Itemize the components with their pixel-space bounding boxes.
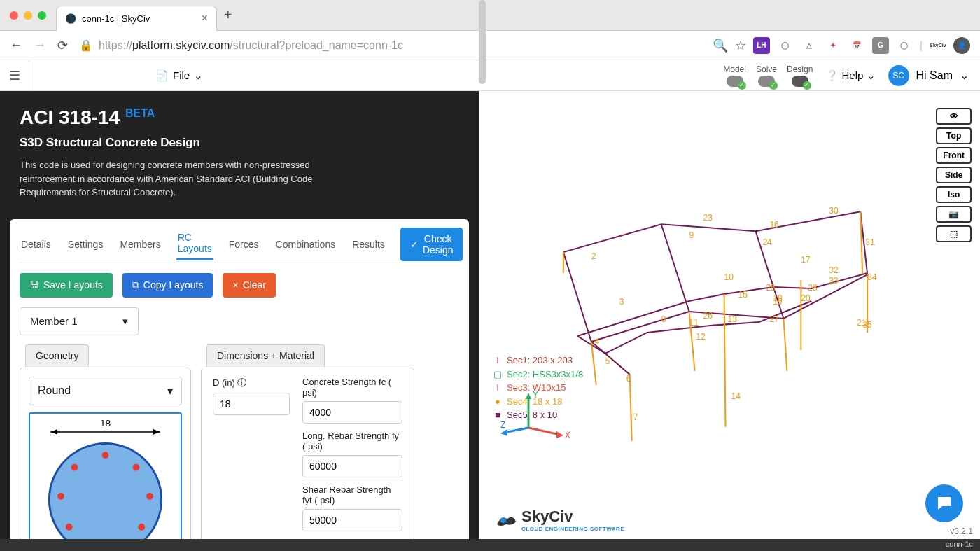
file-icon: 📄 <box>155 69 169 82</box>
dimensions-panel: D (in) ⓘ Concrete Strength fc ( psi) Lon… <box>201 368 414 540</box>
svg-text:18: 18 <box>100 418 111 428</box>
close-window-icon[interactable] <box>10 11 18 20</box>
svg-text:10: 10 <box>724 272 734 282</box>
url-display[interactable]: 🔒 https://platform.skyciv.com/structural… <box>79 39 701 52</box>
view-top[interactable]: Top <box>936 127 972 144</box>
check-design-button[interactable]: ✓ Check Design <box>400 228 463 261</box>
copy-layouts-button[interactable]: ⧉ Copy Layouts <box>122 273 214 298</box>
tab-combinations[interactable]: Combinations <box>274 235 337 254</box>
browser-tab[interactable]: 🌑 conn-1c | SkyCiv × <box>56 6 217 31</box>
fc-label: Concrete Strength fc ( psi) <box>302 377 402 398</box>
d-input[interactable] <box>213 393 290 415</box>
extension-calendar-icon[interactable]: 📅 <box>848 37 865 54</box>
chat-button[interactable] <box>925 484 963 522</box>
3d-model[interactable]: 234 567 8910 111213 141516 171819 202123… <box>479 91 980 539</box>
fc-input[interactable] <box>302 401 402 424</box>
fyt-input[interactable] <box>302 509 402 531</box>
svg-text:Y: Y <box>533 390 538 400</box>
extension-skyciv-icon[interactable]: SkyCiv <box>930 37 946 54</box>
help-menu[interactable]: ❔ Help ⌄ <box>825 69 875 82</box>
svg-text:17: 17 <box>801 255 811 265</box>
chevron-down-icon: ▾ <box>122 315 128 328</box>
view-front[interactable]: Front <box>936 147 972 164</box>
clear-button[interactable]: × Clear <box>223 273 276 298</box>
svg-text:25: 25 <box>766 283 776 293</box>
extension-g-icon[interactable]: G <box>872 37 889 54</box>
design-subtitle: S3D Structural Concrete Design <box>20 136 459 150</box>
reload-button[interactable]: ⟳ <box>57 38 68 53</box>
user-menu[interactable]: SC Hi Sam ⌄ <box>888 65 969 86</box>
new-tab-button[interactable]: + <box>224 7 232 23</box>
close-tab-icon[interactable]: × <box>202 12 208 25</box>
forward-button[interactable]: → <box>34 38 46 53</box>
svg-text:X: X <box>565 431 570 440</box>
step-solve[interactable]: Solve <box>756 64 777 87</box>
status-bar: conn-1c <box>0 539 980 551</box>
tab-settings[interactable]: Settings <box>66 235 105 254</box>
svg-text:16: 16 <box>769 220 779 230</box>
save-layouts-button[interactable]: 🖫 Save Layouts <box>20 273 113 298</box>
extension-icon[interactable]: ◯ <box>896 37 913 54</box>
bookmark-icon[interactable]: ☆ <box>735 38 746 53</box>
extension-icon[interactable]: ◯ <box>777 37 794 54</box>
svg-point-13 <box>71 463 78 470</box>
d-label: D (in) ⓘ <box>213 377 290 389</box>
svg-text:27: 27 <box>769 314 779 324</box>
svg-marker-57 <box>526 393 531 399</box>
svg-text:28: 28 <box>808 283 818 293</box>
tab-details[interactable]: Details <box>20 235 52 254</box>
skyciv-logo: SkyCivCLOUD ENGINEERING SOFTWARE <box>493 508 624 532</box>
member-select[interactable]: Member 1▾ <box>20 307 139 335</box>
profile-icon[interactable]: 👤 <box>953 37 970 54</box>
svg-text:30: 30 <box>829 206 839 216</box>
svg-point-7 <box>146 492 153 499</box>
fy-label: Long. Rebar Strength fy ( psi) <box>302 431 402 452</box>
favicon: 🌑 <box>65 13 76 24</box>
view-box[interactable]: ⬚ <box>936 225 972 242</box>
svg-text:35: 35 <box>862 320 872 330</box>
extension-lh-icon[interactable]: LH <box>753 37 770 54</box>
svg-text:15: 15 <box>738 290 748 300</box>
view-iso[interactable]: Iso <box>936 186 972 203</box>
avatar: SC <box>888 65 909 86</box>
tab-results[interactable]: Results <box>351 235 386 254</box>
svg-text:20: 20 <box>801 293 811 303</box>
svg-text:19: 19 <box>773 297 783 307</box>
svg-marker-60 <box>556 431 564 438</box>
svg-point-8 <box>138 523 145 530</box>
extension-icon[interactable]: ✦ <box>825 37 841 54</box>
svg-marker-3 <box>153 429 160 435</box>
search-icon[interactable]: 🔍 <box>713 38 728 53</box>
fy-input[interactable] <box>302 455 402 477</box>
back-button[interactable]: ← <box>10 38 22 53</box>
geometry-tab[interactable]: Geometry <box>25 344 89 367</box>
maximize-window-icon[interactable] <box>38 11 46 20</box>
tab-rc-layouts[interactable]: RC Layouts <box>176 228 214 260</box>
3d-viewport[interactable]: 234 567 8910 111213 141516 171819 202123… <box>479 91 980 539</box>
scrollbar[interactable] <box>479 0 486 84</box>
window-controls <box>0 11 56 20</box>
svg-point-5 <box>102 452 109 459</box>
extension-drive-icon[interactable]: △ <box>801 37 818 54</box>
step-design[interactable]: Design <box>787 64 813 87</box>
tab-members[interactable]: Members <box>118 235 162 254</box>
file-menu[interactable]: 📄 File ⌄ <box>155 69 203 82</box>
design-tabs: Details Settings Members RC Layouts Forc… <box>20 228 459 263</box>
view-screenshot[interactable]: 📷 <box>936 206 972 223</box>
view-side[interactable]: Side <box>936 167 972 183</box>
svg-text:34: 34 <box>867 272 877 282</box>
minimize-window-icon[interactable] <box>24 11 32 20</box>
fyt-label: Shear Rebar Strength fyt ( psi) <box>302 484 402 505</box>
svg-text:8: 8 <box>662 314 666 324</box>
hamburger-menu[interactable]: ☰ <box>0 60 29 91</box>
axis-gizmo[interactable]: Y X Z <box>500 389 570 448</box>
step-model[interactable]: Model <box>723 64 746 87</box>
dimensions-tab[interactable]: Dimensions + Material <box>206 344 325 367</box>
chevron-down-icon: ▾ <box>167 384 173 398</box>
shape-select[interactable]: Round▾ <box>29 377 182 405</box>
svg-text:12: 12 <box>696 332 706 342</box>
svg-line-17 <box>630 375 632 441</box>
tab-forces[interactable]: Forces <box>227 235 260 254</box>
view-visibility[interactable]: 👁 <box>936 108 972 125</box>
svg-line-19 <box>783 319 787 371</box>
